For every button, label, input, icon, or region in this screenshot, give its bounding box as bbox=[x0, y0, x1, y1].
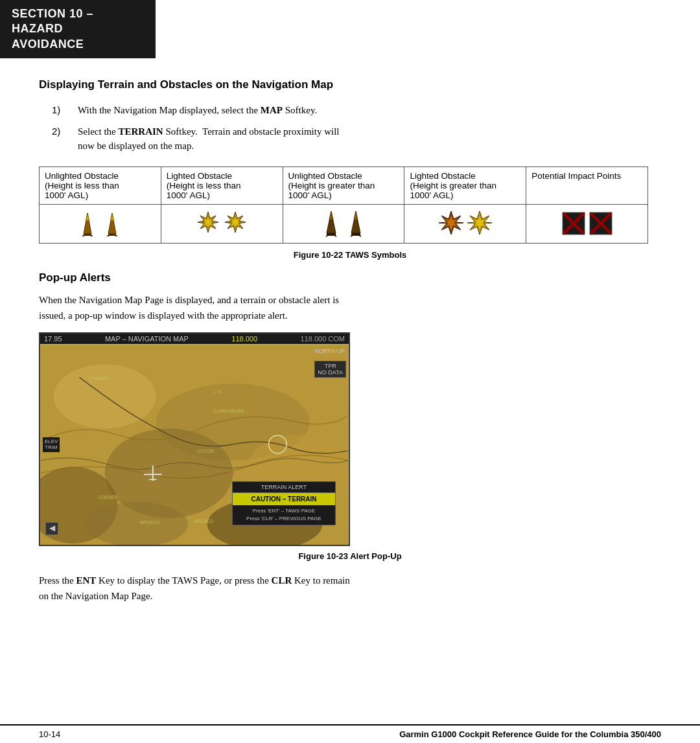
icon-cell-5 bbox=[526, 204, 648, 243]
section-header: SECTION 10 – HAZARDAVOIDANCE bbox=[0, 0, 156, 58]
icon-cell-3 bbox=[283, 204, 404, 243]
north-text: NORTH UP bbox=[314, 348, 345, 355]
svg-text:178: 178 bbox=[214, 389, 222, 394]
nav-freq-left: 17.95 bbox=[44, 335, 62, 343]
icon-group-4 bbox=[408, 210, 522, 237]
figure23-caption: Figure 10-23 Alert Pop-Up bbox=[39, 551, 661, 561]
elev-trim-text: ELEVTRIM bbox=[45, 439, 58, 451]
step2-text: Select the TERRAIN Softkey. Terrain and … bbox=[78, 124, 356, 154]
step-1: 1) With the Navigation Map displayed, se… bbox=[52, 103, 661, 118]
terrain-instr-1: Press 'ENT' – TAWS PAGE bbox=[235, 507, 333, 515]
tower-icon-1b bbox=[102, 211, 122, 236]
taws-icon-row bbox=[40, 204, 648, 243]
lighted-icon-4b bbox=[467, 210, 492, 237]
svg-marker-20 bbox=[354, 211, 358, 220]
elev-trim-label: ELEVTRIM bbox=[43, 437, 60, 452]
tpr-box: TPRNO DATA bbox=[314, 361, 346, 378]
page-footer: 10-14 Garmin G1000 Cockpit Reference Gui… bbox=[0, 724, 700, 743]
terrain-alert-popup: TERRAIN ALERT CAUTION – TERRAIN Press 'E… bbox=[232, 481, 336, 525]
tower-icon-3a bbox=[321, 210, 342, 237]
steps-list: 1) With the Navigation Map displayed, se… bbox=[52, 103, 661, 154]
popup-alerts-body: When the Navigation Map Page is displaye… bbox=[39, 292, 350, 323]
icon-cell-4 bbox=[404, 204, 526, 243]
svg-point-54 bbox=[231, 472, 234, 474]
step2-num: 2) bbox=[52, 124, 78, 154]
ent-key-label: ENT bbox=[76, 575, 97, 586]
col-header-5: Potential Impact Points bbox=[526, 166, 648, 204]
step1-num: 1) bbox=[52, 103, 78, 118]
svg-text:CODSER: CODSER bbox=[99, 495, 118, 499]
terrain-instr-2: Press 'CLR' – PREVIOUS PAGE bbox=[235, 515, 333, 523]
col-header-1: Unlighted Obstacle(Height is less than10… bbox=[40, 166, 161, 204]
figure22-caption: Figure 10-22 TAWS Symbols bbox=[39, 250, 661, 260]
lighted-icon-4a bbox=[439, 210, 463, 237]
svg-marker-1 bbox=[86, 213, 89, 221]
taws-table: Unlighted Obstacle(Height is less than10… bbox=[39, 166, 648, 244]
step-2: 2) Select the TERRAIN Softkey. Terrain a… bbox=[52, 124, 661, 154]
nav-label: MAP – NAVIGATION MAP bbox=[105, 335, 189, 343]
svg-marker-15 bbox=[329, 211, 333, 220]
svg-rect-23 bbox=[351, 233, 360, 236]
svg-rect-18 bbox=[327, 233, 336, 236]
tower-icon-3b bbox=[345, 210, 366, 237]
nav-freq-right: 118.000 bbox=[231, 335, 257, 343]
col-header-2: Lighted Obstacle(Height is less than1000… bbox=[161, 166, 283, 204]
tpr-text: TPRNO DATA bbox=[318, 363, 343, 376]
icon-cell-2 bbox=[161, 204, 283, 243]
svg-marker-6 bbox=[110, 213, 114, 221]
step1-text: With the Navigation Map displayed, selec… bbox=[78, 103, 317, 118]
impact-icon-5b bbox=[589, 212, 612, 235]
icon-group-1 bbox=[43, 211, 157, 236]
col-header-3: Unlighted Obstacle(Height is greater tha… bbox=[283, 166, 404, 204]
icon-group-5 bbox=[530, 212, 644, 235]
svg-rect-4 bbox=[84, 234, 91, 236]
footer-title: Garmin G1000 Cockpit Reference Guide for… bbox=[399, 729, 661, 739]
popup-alerts-title: Pop-up Alerts bbox=[39, 271, 661, 284]
header-text: SECTION 10 – HAZARDAVOIDANCE bbox=[12, 7, 93, 51]
svg-text:CLARKSBURG: CLARKSBURG bbox=[214, 408, 245, 413]
nav-map-container: 17.95 MAP – NAVIGATION MAP 118.000 118.0… bbox=[39, 332, 350, 546]
svg-point-41 bbox=[86, 501, 188, 544]
svg-rect-9 bbox=[108, 234, 116, 236]
svg-text:BROSCO: BROSCO bbox=[140, 520, 160, 525]
tower-icon-1a bbox=[77, 211, 98, 236]
body-text-bottom: Press the ENT Key to display the TAWS Pa… bbox=[39, 573, 350, 604]
terrain-alert-title: TERRAIN ALERT bbox=[233, 482, 335, 493]
icon-group-2 bbox=[165, 211, 279, 236]
col-header-4: Lighted Obstacle(Height is greater than1… bbox=[404, 166, 526, 204]
icon-cell-1 bbox=[40, 204, 161, 243]
lighted-icon-2a bbox=[196, 211, 220, 236]
svg-text:CCCCR: CCCCR bbox=[198, 448, 214, 453]
section1-title: Displaying Terrain and Obstacles on the … bbox=[39, 78, 661, 93]
icon-group-3 bbox=[287, 210, 401, 237]
impact-icon-5a bbox=[562, 212, 585, 235]
nav-map-header: 17.95 MAP – NAVIGATION MAP 118.000 118.0… bbox=[40, 334, 349, 344]
footer-page-number: 10-14 bbox=[39, 729, 60, 739]
taws-header-row: Unlighted Obstacle(Height is less than10… bbox=[40, 166, 648, 204]
north-up-label: NORTH UP bbox=[314, 348, 345, 355]
step1-bold: MAP bbox=[261, 105, 283, 115]
terrain-alert-instructions: Press 'ENT' – TAWS PAGE Press 'CLR' – PR… bbox=[233, 505, 335, 525]
svg-text:BROSCO: BROSCO bbox=[194, 519, 215, 523]
terrain-alert-caution: CAUTION – TERRAIN bbox=[233, 493, 335, 505]
clr-key-label: CLR bbox=[272, 575, 292, 586]
lighted-icon-2b bbox=[224, 211, 247, 236]
svg-text:CORRER: CORRER bbox=[89, 376, 108, 381]
step2-bold: TERRAIN bbox=[118, 126, 163, 137]
map-arrow-button[interactable]: ◀ bbox=[45, 522, 58, 535]
nav-freq-right2: 118.000 COM bbox=[301, 335, 345, 343]
